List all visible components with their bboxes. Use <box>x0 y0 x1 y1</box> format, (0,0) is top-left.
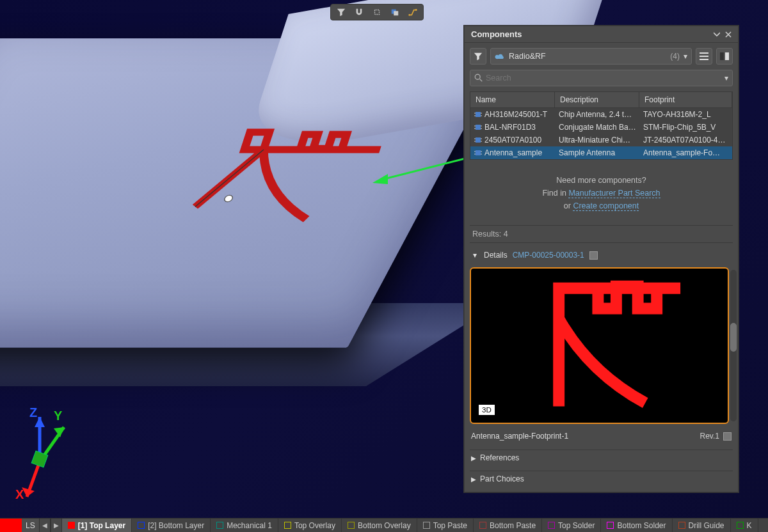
funnel-icon <box>337 8 346 17</box>
layer-label: Drill Guide <box>689 521 724 530</box>
axis-z-label: Z <box>29 405 37 419</box>
layer-swatch <box>678 522 685 529</box>
layer-tab[interactable]: [1] Top Layer <box>62 519 132 532</box>
chip-toggle-button[interactable] <box>368 5 386 19</box>
layer-swatch <box>216 522 223 529</box>
table-row[interactable]: Antenna_sampleSample AntennaAntenna_samp… <box>470 146 732 159</box>
layer-tab[interactable]: [2] Bottom Layer <box>132 519 211 532</box>
table-row[interactable]: AH316M245001-TChip Antenna, 2.4 t…TAYO-A… <box>470 108 732 121</box>
col-description[interactable]: Description <box>555 92 639 107</box>
axis-gizmo[interactable]: X Y Z <box>8 391 72 500</box>
layer-swatch <box>423 522 430 529</box>
scrollbar-thumb[interactable] <box>730 323 737 352</box>
need-more-block: Need more components? Find in Manufactur… <box>470 165 733 220</box>
chevron-right-icon: ▶ <box>471 455 476 462</box>
component-icon <box>474 123 482 131</box>
layer-label: Top Paste <box>433 521 467 530</box>
layer-tab[interactable]: Bottom Overlay <box>342 519 417 532</box>
panel-menu-button[interactable] <box>711 29 723 40</box>
search-input[interactable] <box>486 74 721 82</box>
row-footprint: TAYO-AH316M-2_L <box>639 110 732 119</box>
row-footprint: JT-2450AT07A0100-4… <box>639 136 732 145</box>
list-view-button[interactable] <box>696 48 712 65</box>
layer-label: Top Solder <box>558 521 595 530</box>
axis-y-label: Y <box>54 409 63 423</box>
antenna-footprint-graphic <box>471 269 728 423</box>
layers-next-button[interactable]: ▶ <box>51 519 62 532</box>
layer-swatch <box>479 522 486 529</box>
panel-header[interactable]: Components <box>465 26 738 43</box>
manufacturer-search-link[interactable]: Manufacturer Part Search <box>568 189 660 198</box>
table-row[interactable]: 2450AT07A0100Ultra-Miniature Chi…JT-2450… <box>470 134 732 146</box>
layer-swatch <box>284 522 291 529</box>
col-name[interactable]: Name <box>470 92 555 107</box>
layer-tab[interactable]: Top Paste <box>417 519 474 532</box>
library-name: Radio&RF <box>509 52 668 61</box>
preview-3d-toggle[interactable]: 3D <box>479 405 495 415</box>
library-selector[interactable]: Radio&RF (4) ▾ <box>490 48 692 65</box>
snap-toggle-button[interactable] <box>350 5 368 19</box>
table-row[interactable]: BAL-NRF01D3Conjugate Match Ba…STM-Flip-C… <box>470 121 732 134</box>
col-footprint[interactable]: Footprint <box>639 92 732 107</box>
footprint-preview[interactable]: 3D <box>470 267 729 424</box>
library-count: (4) <box>670 52 680 61</box>
details-id-link[interactable]: CMP-00025-00003-1 <box>513 251 584 260</box>
cloud-icon <box>495 52 505 60</box>
layer-label: Bottom Overlay <box>358 521 411 530</box>
preview-scrollbar[interactable] <box>730 270 737 421</box>
route-toggle-button[interactable] <box>404 5 422 19</box>
details-header[interactable]: ▾ Details CMP-00025-00003-1 <box>470 248 733 262</box>
svg-rect-35 <box>476 150 481 155</box>
chevron-down-icon[interactable]: ▾ <box>724 74 728 82</box>
component-icon <box>474 149 482 157</box>
chevron-down-icon[interactable]: ▾ <box>471 251 479 260</box>
plane-toggle-button[interactable] <box>386 5 404 19</box>
axis-x-label: X <box>15 487 24 500</box>
layer-tab[interactable]: K <box>731 519 758 532</box>
row-name: Antenna_sample <box>484 148 542 157</box>
references-section[interactable]: ▶ References <box>470 450 733 465</box>
svg-marker-3 <box>372 174 388 184</box>
part-choices-section[interactable]: ▶ Part Choices <box>470 471 733 487</box>
footprint-checkbox[interactable] <box>723 432 732 441</box>
layer-label: Mechanical 1 <box>227 521 272 530</box>
svg-point-7 <box>408 14 410 16</box>
search-field[interactable]: ▾ <box>470 70 733 86</box>
layer-label: Bottom Paste <box>490 521 536 530</box>
table-header[interactable]: Name Description Footprint <box>470 92 732 108</box>
svg-line-19 <box>480 79 483 82</box>
split-view-button[interactable] <box>716 48 733 65</box>
components-table: Name Description Footprint AH316M245001-… <box>470 91 733 160</box>
components-filter-button[interactable] <box>470 48 486 65</box>
layers-prev-button[interactable]: ◀ <box>39 519 51 532</box>
list-icon <box>700 52 708 60</box>
layer-label: [2] Bottom Layer <box>148 521 204 530</box>
svg-rect-30 <box>476 137 481 143</box>
svg-point-8 <box>415 9 417 11</box>
row-desc: Conjugate Match Ba… <box>555 123 639 132</box>
svg-rect-16 <box>720 52 724 60</box>
layer-tab[interactable]: Bottom Solder <box>601 519 672 532</box>
layer-swatch <box>737 522 744 529</box>
svg-rect-4 <box>375 10 380 15</box>
svg-rect-17 <box>725 52 729 60</box>
layer-tabs-bar: LS ◀ ▶ [1] Top Layer[2] Bottom LayerMech… <box>0 518 768 532</box>
filter-toggle-button[interactable] <box>332 5 350 19</box>
active-layer-swatch[interactable] <box>0 519 22 533</box>
layer-swatch <box>348 522 355 529</box>
panel-close-button[interactable] <box>723 29 734 40</box>
row-desc: Chip Antenna, 2.4 t… <box>555 110 639 119</box>
layer-tab[interactable]: Bottom Paste <box>474 519 542 532</box>
layer-tab[interactable]: Top Solder <box>542 519 601 532</box>
footprint-name: Antenna_sample-Footprint-1 <box>471 432 700 441</box>
layer-swatch <box>138 522 145 529</box>
create-component-link[interactable]: Create component <box>573 201 639 211</box>
layer-tab[interactable]: Top Overlay <box>278 519 342 532</box>
layer-set-button[interactable]: LS <box>22 519 39 532</box>
layer-tab[interactable]: Mechanical 1 <box>211 519 278 532</box>
svg-rect-25 <box>476 125 481 130</box>
layer-tab[interactable]: Drill Guide <box>673 519 731 532</box>
layer-label: Top Overlay <box>294 521 335 530</box>
details-checkbox[interactable] <box>589 251 598 260</box>
search-icon <box>474 74 483 82</box>
